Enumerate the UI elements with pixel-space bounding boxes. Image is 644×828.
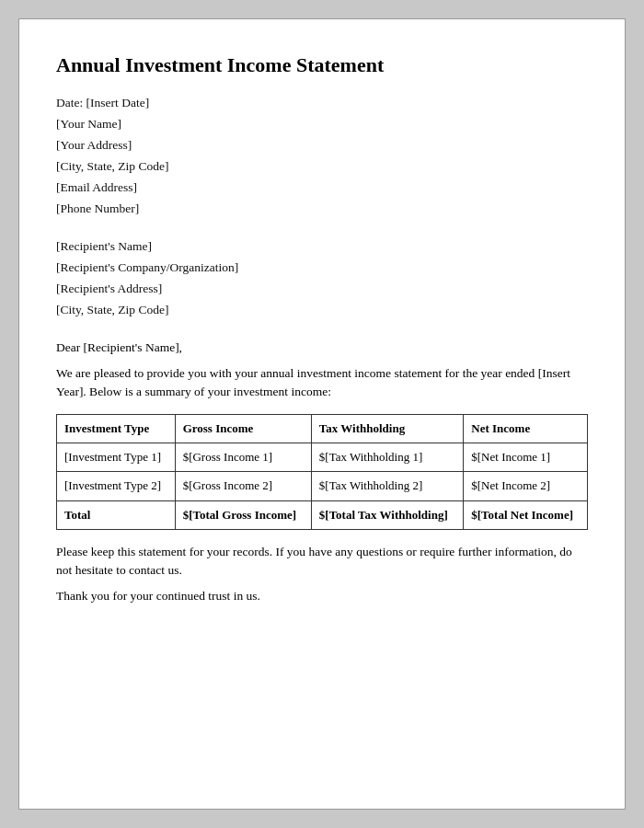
row-2-investment-type: [Investment Type 2] — [57, 472, 176, 500]
col-header-investment-type: Investment Type — [57, 415, 176, 443]
col-header-net-income: Net Income — [464, 415, 588, 443]
row-1-gross-income: $[Gross Income 1] — [175, 443, 311, 472]
recipient-company: [Recipient's Company/Organization] — [56, 260, 588, 275]
row-2-net-income: $[Net Income 2] — [464, 472, 588, 500]
intro-paragraph: We are pleased to provide you with your … — [56, 364, 588, 402]
footer-note: Please keep this statement for your reco… — [56, 543, 588, 581]
row-2-gross-income: $[Gross Income 2] — [175, 472, 311, 500]
total-label: Total — [57, 500, 176, 529]
sender-city-state-zip: [City, State, Zip Code] — [56, 159, 588, 174]
recipient-name: [Recipient's Name] — [56, 239, 588, 254]
row-2-tax-withholding: $[Tax Withholding 2] — [311, 472, 463, 500]
document-container: Annual Investment Income Statement Date:… — [18, 18, 626, 810]
row-1-net-income: $[Net Income 1] — [464, 443, 588, 472]
table-header-row: Investment Type Gross Income Tax Withhol… — [57, 415, 588, 443]
table-row: [Investment Type 2]$[Gross Income 2]$[Ta… — [57, 472, 588, 500]
sender-name: [Your Name] — [56, 117, 588, 132]
closing-statement: Thank you for your continued trust in us… — [56, 589, 588, 604]
recipient-city-state-zip: [City, State, Zip Code] — [56, 303, 588, 317]
table-row: [Investment Type 1]$[Gross Income 1]$[Ta… — [57, 443, 588, 472]
spacer-2 — [56, 324, 588, 340]
sender-address: [Your Address] — [56, 138, 588, 153]
spacer-1 — [56, 223, 588, 239]
salutation: Dear [Recipient's Name], — [56, 340, 588, 355]
row-1-tax-withholding: $[Tax Withholding 1] — [311, 443, 463, 472]
sender-phone: [Phone Number] — [56, 201, 588, 216]
row-1-investment-type: [Investment Type 1] — [57, 443, 176, 472]
document-title: Annual Investment Income Statement — [56, 52, 588, 79]
total-gross: $[Total Gross Income] — [175, 500, 311, 529]
table-total-row: Total $[Total Gross Income] $[Total Tax … — [57, 500, 588, 529]
total-net: $[Total Net Income] — [464, 500, 588, 529]
recipient-address: [Recipient's Address] — [56, 282, 588, 296]
col-header-gross-income: Gross Income — [175, 415, 311, 443]
sender-email: [Email Address] — [56, 180, 588, 195]
income-table: Investment Type Gross Income Tax Withhol… — [56, 414, 588, 530]
total-tax: $[Total Tax Withholding] — [311, 500, 463, 529]
col-header-tax-withholding: Tax Withholding — [311, 415, 463, 443]
sender-date: Date: [Insert Date] — [56, 96, 588, 110]
